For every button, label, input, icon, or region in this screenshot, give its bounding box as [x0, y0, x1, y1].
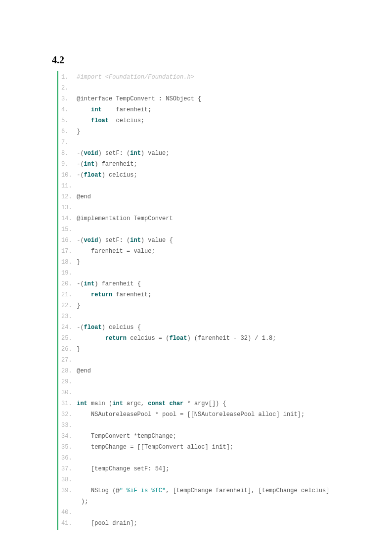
code-token: } [73, 128, 80, 135]
code-line: 29. [61, 376, 352, 387]
code-token: int [91, 106, 102, 113]
code-token: [pool drain]; [73, 520, 137, 527]
code-line: 35. tempChange = [[TempConvert alloc] in… [61, 442, 352, 453]
code-line: 39. NSLog (@" %iF is %fC", [tempChange f… [61, 485, 352, 496]
code-token: void [84, 237, 98, 244]
code-token: argc, [123, 400, 148, 407]
code-token: #import <Foundation/Foundation.h> [77, 74, 194, 81]
code-token [73, 117, 91, 124]
line-number: 30. [61, 387, 73, 398]
code-token: } [73, 259, 80, 266]
code-line: 12. @end [61, 191, 352, 202]
code-token: celcius; [109, 117, 144, 124]
code-line: 8. -(void) setF: (int) value; [61, 148, 352, 159]
code-token: NSLog (@ [73, 487, 120, 494]
line-number: 17. [61, 246, 73, 257]
code-line: 22. } [61, 300, 352, 311]
code-line: 4. int farenheit; [61, 104, 352, 115]
code-token: ) value { [141, 237, 173, 244]
line-number: 1. [61, 72, 73, 83]
line-number: 6. [61, 126, 73, 137]
code-line: 28. @end [61, 366, 352, 376]
code-line: 6. } [61, 126, 352, 137]
code-line: 40. [61, 507, 352, 518]
code-token: ) celcius; [102, 172, 137, 179]
code-token [73, 335, 105, 342]
line-number: 34. [61, 431, 73, 442]
page: 4.2 1. #import <Foundation/Foundation.h>… [0, 0, 392, 555]
code-token: " %iF is %fC" [120, 487, 166, 494]
line-number: 37. [61, 463, 73, 474]
line-number: 40. [61, 507, 73, 518]
code-token: float [91, 117, 109, 124]
line-number: 41. [61, 518, 73, 529]
code-token: } [73, 302, 80, 309]
code-token: tempChange = [[TempConvert alloc] init]; [73, 444, 233, 451]
line-number: 22. [61, 300, 73, 311]
line-number: 19. [61, 268, 73, 278]
code-token [73, 291, 91, 298]
code-line: 24. -(float) celcius { [61, 322, 352, 333]
line-number: 38. [61, 474, 73, 485]
code-token: float [84, 172, 102, 179]
code-line: 26. } [61, 344, 352, 355]
line-number: 26. [61, 344, 73, 355]
line-number: 8. [61, 148, 73, 159]
line-number: 31. [61, 398, 73, 409]
code-token: int [84, 280, 95, 287]
code-token: @end [73, 193, 91, 200]
code-token: * argv[]) { [183, 400, 226, 407]
line-number: 25. [61, 333, 73, 344]
code-token: -( [73, 172, 84, 179]
code-line: 3. @interface TempConvert : NSObject { [61, 93, 352, 104]
code-token: main ( [87, 400, 112, 407]
code-line: ); [61, 496, 352, 507]
code-token: ) farenheit { [94, 280, 141, 287]
line-number: 18. [61, 257, 73, 268]
code-line: 9. -(int) farenheit; [61, 159, 352, 170]
code-token: NSAutoreleasePool * pool = [[NSAutorelea… [73, 411, 305, 418]
line-number: 3. [61, 93, 73, 104]
code-line: 2. [61, 83, 352, 93]
code-token: ) setF: ( [98, 237, 130, 244]
line-number: 23. [61, 311, 73, 322]
code-line: 10. -(float) celcius; [61, 170, 352, 181]
code-line: 17. farenheit = value; [61, 246, 352, 257]
code-token: ) farenheit; [94, 161, 137, 168]
section-heading: 4.2 [52, 54, 352, 66]
line-number: 29. [61, 376, 73, 387]
line-number: 35. [61, 442, 73, 453]
code-token: int [130, 237, 141, 244]
code-line: 21. return farenheit; [61, 289, 352, 300]
code-token: [tempChange setF: 54]; [73, 465, 169, 472]
code-line: 13. [61, 202, 352, 213]
line-number: 15. [61, 224, 73, 235]
code-line: 5. float celcius; [61, 115, 352, 126]
code-line: 15. [61, 224, 352, 235]
code-token: -( [73, 161, 84, 168]
line-number: 24. [61, 322, 73, 333]
code-token: farenheit = value; [73, 248, 155, 255]
code-line: 11. [61, 181, 352, 191]
line-number: 27. [61, 355, 73, 366]
line-number: 11. [61, 181, 73, 191]
code-token: celcius = ( [127, 335, 169, 342]
code-token: -( [73, 237, 84, 244]
line-number: 5. [61, 115, 73, 126]
code-line: 41. [pool drain]; [61, 518, 352, 529]
code-token: int [84, 161, 95, 168]
code-line: 34. TempConvert *tempChange; [61, 431, 352, 442]
code-line: 18. } [61, 257, 352, 268]
line-number: 7. [61, 137, 73, 148]
code-token: -( [73, 280, 84, 287]
code-line: 31. int main (int argc, const char * arg… [61, 398, 352, 409]
code-line: 20. -(int) farenheit { [61, 278, 352, 289]
code-token: float [84, 324, 102, 331]
code-line: 32. NSAutoreleasePool * pool = [[NSAutor… [61, 409, 352, 420]
code-token: int [112, 400, 123, 407]
line-number: 9. [61, 159, 73, 170]
line-number: 12. [61, 191, 73, 202]
line-number: 20. [61, 278, 73, 289]
code-line: 23. [61, 311, 352, 322]
line-number: 39. [61, 485, 73, 496]
